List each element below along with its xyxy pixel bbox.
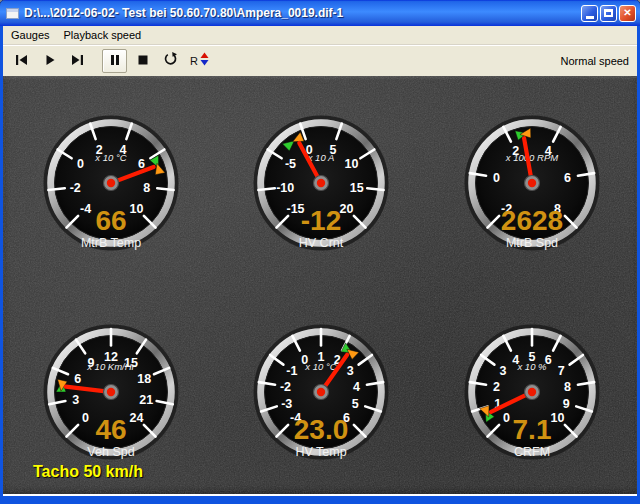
gauge-hub-center <box>317 388 325 396</box>
rate-spinner-icon <box>200 52 209 70</box>
status-text: Tacho 50 km/h <box>33 463 143 481</box>
gauge-scale-number: 5 <box>352 397 359 411</box>
gauge-wrapper-mtrb-spd: -202468x 1000 RPM2628MtrB Spd <box>457 108 607 258</box>
stop-icon <box>137 52 149 70</box>
gauge-scale-number: 10 <box>345 157 359 171</box>
gauge-wrapper-hv-temp: -4-3-2-10123456x 10 °C23.0HV Temp <box>246 317 396 467</box>
play-icon <box>44 52 56 70</box>
menubar: Gauges Playback speed <box>3 26 637 45</box>
gauge-label: MtrB Temp <box>81 236 141 250</box>
gauge-scale-number: -10 <box>276 181 294 195</box>
maximize-button[interactable] <box>600 5 617 22</box>
loop-icon <box>163 52 178 70</box>
gauge-mtrb-temp: -4-20246810x 10 °C66MtrB Temp <box>36 108 186 258</box>
gauge-hub-center <box>107 388 115 396</box>
minimize-icon <box>586 16 594 19</box>
gauge-tick <box>367 188 383 190</box>
stop-button[interactable] <box>130 49 155 73</box>
gauge-panel: -4-20246810x 10 °C66MtrB Temp-15-10-5051… <box>3 76 637 494</box>
gauge-label: HV Crnt <box>299 236 344 250</box>
gauge-value: 2628 <box>501 205 563 236</box>
gauge-scale-number: 21 <box>139 393 153 407</box>
gauge-value: 23.0 <box>294 414 349 445</box>
gauge-scale-number: 0 <box>82 411 89 425</box>
gauge-label: Veh Spd <box>87 445 134 459</box>
pause-button[interactable] <box>102 49 127 73</box>
gauge-scale-number: 20 <box>340 202 354 216</box>
window-title: D:\...\2012-06-02- Test bei 50.60.70.80\… <box>24 6 581 20</box>
skip-to-start-button[interactable] <box>9 49 34 73</box>
gauge-scale-number: 15 <box>350 181 364 195</box>
gauge-label: HV Temp <box>295 445 346 459</box>
gauge-wrapper-hv-crnt: -15-10-505101520x 10 A-12HV Crnt <box>246 108 396 258</box>
gauge-scale-number: 3 <box>499 364 506 378</box>
gauge-scale-number: 6 <box>564 171 571 185</box>
maximize-icon <box>604 9 613 17</box>
gauge-scale-number: 0 <box>503 411 510 425</box>
gauge-tick <box>157 188 173 190</box>
skip-start-icon <box>15 52 28 70</box>
gauge-label: MtrB Spd <box>506 236 558 250</box>
gauge-hub-center <box>107 179 115 187</box>
gauge-scale-number: 6 <box>74 372 81 386</box>
playback-rate-button[interactable]: R <box>186 49 213 73</box>
gauge-hub-center <box>528 179 536 187</box>
window-controls: ✕ <box>581 5 636 22</box>
gauge-hub-center <box>528 388 536 396</box>
gauge-scale-number: 0 <box>493 171 500 185</box>
gauge-scale-number: 8 <box>143 181 150 195</box>
gauge-value: 7.1 <box>513 414 552 445</box>
gauge-scale-number: -5 <box>285 157 296 171</box>
gauge-scale-number: 18 <box>137 372 151 386</box>
window-frame-strip <box>3 494 637 496</box>
gauge-scale-number: 3 <box>72 393 79 407</box>
gauge-scale-number: -2 <box>280 380 291 394</box>
titlebar[interactable]: D:\...\2012-06-02- Test bei 50.60.70.80\… <box>0 0 640 26</box>
gauge-scale-number: 24 <box>130 411 144 425</box>
loop-button[interactable] <box>158 49 183 73</box>
gauge-scale-number: 10 <box>130 202 144 216</box>
gauge-scale-number: 8 <box>564 380 571 394</box>
skip-to-end-button[interactable] <box>65 49 90 73</box>
gauge-scale-number: -1 <box>286 364 297 378</box>
minimize-button[interactable] <box>581 5 598 22</box>
gauge-units: x 10 % <box>516 361 547 372</box>
gauge-mtrb-spd: -202468x 1000 RPM2628MtrB Spd <box>457 108 607 258</box>
playback-speed-label: Normal speed <box>561 55 631 67</box>
gauge-value: 66 <box>95 205 126 236</box>
skip-end-icon <box>71 52 84 70</box>
gauge-crfm: 012345678910x 10 %7.1CRFM <box>457 317 607 467</box>
gauge-hv-crnt: -15-10-505101520x 10 A-12HV Crnt <box>246 108 396 258</box>
gauge-units: x 1000 RPM <box>505 152 558 163</box>
close-icon: ✕ <box>623 8 631 18</box>
gauge-scale-number: 4 <box>353 380 360 394</box>
gauge-value: 46 <box>95 414 126 445</box>
gauge-scale-number: -3 <box>281 397 292 411</box>
toolbar: R Normal speed <box>3 45 637 76</box>
gauge-units: x 10 °C <box>304 361 336 372</box>
gauge-wrapper-crfm: 012345678910x 10 %7.1CRFM <box>457 317 607 467</box>
gauge-scale-number: -4 <box>80 202 91 216</box>
gauge-label: CRFM <box>514 445 550 459</box>
play-button[interactable] <box>37 49 62 73</box>
menu-playback-speed[interactable]: Playback speed <box>64 29 142 41</box>
gauge-units: x 10 °C <box>94 152 126 163</box>
gauge-scale-number: -2 <box>70 181 81 195</box>
gauge-tick <box>48 188 64 190</box>
app-icon <box>6 8 19 19</box>
close-button[interactable]: ✕ <box>619 5 636 22</box>
gauge-scale-number: 2 <box>493 380 500 394</box>
gauge-wrapper-mtrb-temp: -4-20246810x 10 °C66MtrB Temp <box>36 108 186 258</box>
gauge-scale-number: 10 <box>551 411 565 425</box>
gauge-hv-temp: -4-3-2-10123456x 10 °C23.0HV Temp <box>246 317 396 467</box>
gauge-hub-center <box>317 179 325 187</box>
gauge-units: x 10 Km/Hr <box>86 361 135 372</box>
playback-controls: R <box>9 49 213 73</box>
gauge-value: -12 <box>301 205 341 236</box>
pause-icon <box>109 52 121 70</box>
menu-gauges[interactable]: Gauges <box>11 29 50 41</box>
gauge-scale-number: 0 <box>77 157 84 171</box>
rate-label: R <box>190 55 198 67</box>
gauge-wrapper-veh-spd: 03691215182124x 10 Km/Hr46Veh Spd <box>36 317 186 467</box>
app-window: D:\...\2012-06-02- Test bei 50.60.70.80\… <box>0 0 640 504</box>
